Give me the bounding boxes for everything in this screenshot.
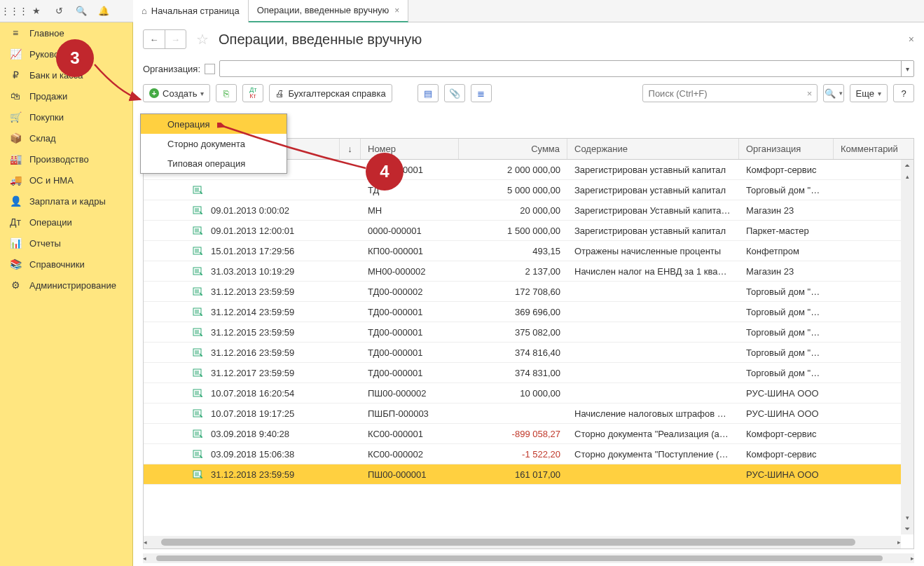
- scroll-thumb[interactable]: [161, 539, 855, 546]
- sidebar-item[interactable]: 📦Склад: [0, 127, 132, 149]
- cell-number: КС00-000002: [361, 449, 459, 460]
- table-row[interactable]: 31.12.2014 23:59:59 ТД00-000001 369 696,…: [144, 302, 913, 322]
- nav-forward-button[interactable]: →: [165, 30, 186, 48]
- document-icon: [193, 368, 204, 377]
- tab-home[interactable]: ⌂ Начальная страница: [133, 0, 249, 22]
- table-row[interactable]: 15.01.2013 17:29:56 КП00-000001 493,15 О…: [144, 241, 913, 261]
- col-content[interactable]: Содержание: [567, 139, 739, 159]
- page-horizontal-scrollbar[interactable]: ◂ ▸: [143, 553, 914, 563]
- cell-org: Паркет-мастер: [739, 226, 834, 236]
- close-icon[interactable]: ×: [394, 6, 399, 15]
- col-sum[interactable]: Сумма: [459, 139, 567, 159]
- help-button[interactable]: ?: [893, 84, 914, 102]
- sidebar-item[interactable]: ≡Главное: [0, 22, 132, 43]
- table-row[interactable]: 03.09.2018 9:40:28 КС00-000001 -899 058,…: [144, 424, 913, 444]
- dropdown-item[interactable]: Операция: [141, 114, 287, 134]
- cell-date: [144, 186, 340, 194]
- scroll-left-icon[interactable]: ◂: [144, 537, 147, 548]
- dropdown-arrow-icon[interactable]: ▾: [901, 61, 913, 76]
- search-input[interactable]: [643, 88, 803, 99]
- bell-icon[interactable]: 🔔: [95, 3, 112, 20]
- sidebar-item[interactable]: 👤Зарплата и кадры: [0, 191, 132, 212]
- sidebar-item[interactable]: 📚Справочники: [0, 254, 132, 275]
- document-icon: [193, 429, 204, 438]
- nav-back-button[interactable]: ←: [144, 30, 165, 48]
- accounting-ref-button[interactable]: 🖨 Бухгалтерская справка: [269, 84, 392, 102]
- scroll-up-icon[interactable]: ▴: [901, 171, 913, 182]
- dtkt-button[interactable]: ДтКт: [242, 84, 263, 102]
- search-icon[interactable]: 🔍: [73, 3, 90, 20]
- table-row[interactable]: 09.01.2013 0:00:02 МН 20 000,00 Зарегист…: [144, 200, 913, 221]
- table-row[interactable]: 31.12.2016 23:59:59 ТД00-000001 374 816,…: [144, 343, 913, 363]
- table-row[interactable]: 31.12.2015 23:59:59 ТД00-000001 375 082,…: [144, 322, 913, 343]
- scroll-right-icon[interactable]: ▸: [911, 553, 914, 564]
- list-button[interactable]: ≣: [471, 84, 492, 102]
- scroll-right-icon[interactable]: ▸: [897, 537, 901, 548]
- col-comment[interactable]: Комментарий: [834, 139, 913, 159]
- copy-icon: ⎘: [223, 88, 229, 99]
- table-row[interactable]: 31.03.2013 10:19:29 МН00-000002 2 137,00…: [144, 261, 913, 282]
- favorite-star-icon[interactable]: ☆: [196, 31, 209, 48]
- registry-button[interactable]: ▤: [418, 84, 439, 102]
- dropdown-item[interactable]: Типовая операция: [141, 153, 287, 173]
- cell-date: 31.12.2016 23:59:59: [144, 347, 340, 358]
- cell-date: 03.09.2018 9:40:28: [144, 429, 340, 439]
- cell-number: КС00-000001: [361, 429, 459, 439]
- svg-point-19: [201, 233, 202, 235]
- scroll-down-icon[interactable]: ▾: [901, 512, 913, 523]
- table-body: КС00-000001 2 000 000,00 Зарегистрирован…: [144, 160, 913, 534]
- vertical-scrollbar[interactable]: ⏶ ▴ ▾ ⏷: [901, 160, 913, 534]
- cell-content: Отражены начисленные проценты: [567, 246, 739, 256]
- scroll-top-icon[interactable]: ⏶: [901, 160, 913, 171]
- svg-point-79: [201, 477, 202, 478]
- find-button[interactable]: 🔍▾: [823, 84, 844, 102]
- registry-icon: ▤: [424, 88, 432, 99]
- table-row[interactable]: 03.09.2018 15:06:38 КС00-000002 -1 522,2…: [144, 444, 913, 464]
- col-sort[interactable]: ↓: [340, 139, 361, 159]
- cell-number: ПШ00-000002: [361, 388, 459, 399]
- more-button[interactable]: Еще ▾: [850, 84, 888, 102]
- star-icon[interactable]: ★: [28, 3, 45, 20]
- sidebar-item[interactable]: 🛒Покупки: [0, 106, 132, 127]
- attach-button[interactable]: 📎: [444, 84, 465, 102]
- table-row[interactable]: ТД 5 000 000,00 Зарегистрирован уставный…: [144, 180, 913, 200]
- clear-search-button[interactable]: ×: [803, 88, 817, 99]
- sidebar-item[interactable]: 🏭Производство: [0, 149, 132, 170]
- annotation-step-4: 4: [366, 153, 404, 191]
- cell-content: Сторно документа "Поступление (…: [567, 449, 739, 460]
- dropdown-item[interactable]: Сторно документа: [141, 134, 287, 153]
- organization-input[interactable]: ▾: [219, 60, 914, 77]
- cell-org: Торговый дом "…: [739, 287, 834, 297]
- search-box[interactable]: ×: [642, 84, 818, 102]
- col-org[interactable]: Организация: [739, 139, 834, 159]
- apps-grid-icon[interactable]: ⋮⋮⋮: [6, 3, 22, 20]
- cell-date: 31.12.2018 23:59:59: [144, 469, 340, 480]
- sidebar-item[interactable]: ⚙Администрирование: [0, 275, 132, 296]
- sidebar-item[interactable]: ДтОперации: [0, 212, 132, 233]
- scroll-left-icon[interactable]: ◂: [143, 553, 146, 564]
- cell-sum: 10 000,00: [459, 388, 567, 399]
- cell-number: МН00-000002: [361, 266, 459, 277]
- table-row[interactable]: 10.07.2018 16:20:54 ПШ00-000002 10 000,0…: [144, 383, 913, 403]
- create-button[interactable]: + Создать ▾: [143, 84, 210, 102]
- table-row[interactable]: 31.12.2013 23:59:59 ТД00-000002 172 708,…: [144, 282, 913, 302]
- cell-org: Торговый дом "…: [739, 185, 834, 195]
- cell-org: Торговый дом "…: [739, 368, 834, 378]
- scroll-bottom-icon[interactable]: ⏷: [901, 523, 913, 534]
- sidebar-item[interactable]: 🚚ОС и НМА: [0, 170, 132, 191]
- sidebar-icon: 👤: [8, 195, 22, 207]
- horizontal-scrollbar[interactable]: ◂ ▸: [144, 536, 901, 548]
- sidebar-icon: 📊: [8, 237, 22, 249]
- tab-operations[interactable]: Операции, введенные вручную ×: [249, 0, 409, 22]
- sidebar-item[interactable]: 🛍Продажи: [0, 85, 132, 106]
- sidebar-item[interactable]: 📊Отчеты: [0, 233, 132, 254]
- filter-checkbox[interactable]: [205, 64, 215, 74]
- copy-button[interactable]: ⎘: [216, 84, 237, 102]
- table-row[interactable]: 09.01.2013 12:00:01 0000-000001 1 500 00…: [144, 221, 913, 241]
- page-close-button[interactable]: ×: [909, 34, 914, 45]
- history-icon[interactable]: ↺: [50, 3, 67, 20]
- scroll-thumb[interactable]: [156, 555, 883, 561]
- table-row[interactable]: 31.12.2017 23:59:59 ТД00-000001 374 831,…: [144, 363, 913, 383]
- table-row[interactable]: 10.07.2018 19:17:25 ПШБП-000003 Начислен…: [144, 403, 913, 424]
- table-row[interactable]: 31.12.2018 23:59:59 ПШ00-000001 161 017,…: [144, 464, 913, 485]
